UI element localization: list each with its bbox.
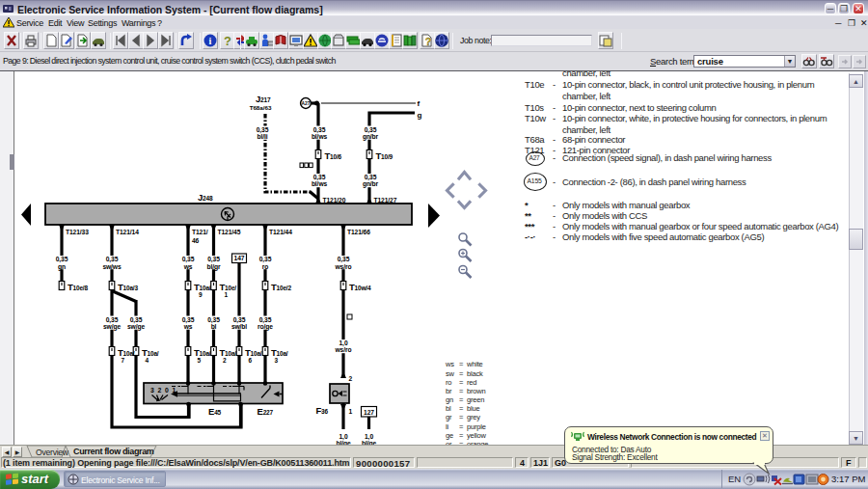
svg-text:3 2 0 1: 3 2 0 1 [150, 387, 176, 394]
svg-text:T121/14: T121/14 [116, 229, 139, 235]
svg-text:127: 127 [364, 409, 374, 416]
svg-text:2: 2 [223, 357, 227, 364]
svg-text:gn/br: gn/br [363, 180, 379, 188]
svg-text:=: = [459, 378, 464, 387]
svg-text:li: li [446, 422, 448, 431]
svg-text:E227: E227 [258, 406, 274, 417]
svg-text:bl/ws: bl/ws [312, 133, 328, 140]
svg-text:br: br [446, 387, 452, 395]
svg-text:sw/ws: sw/ws [102, 263, 122, 270]
svg-text:T10/6: T10/6 [325, 150, 342, 161]
svg-text:?: ? [224, 34, 231, 48]
svg-text:white: white [466, 360, 483, 368]
svg-text:grey: grey [467, 413, 480, 421]
svg-text:bl/ws: bl/ws [312, 180, 328, 187]
svg-text:1: 1 [349, 408, 353, 415]
svg-text:=: = [459, 404, 464, 413]
svg-text:i: i [209, 36, 212, 46]
svg-text:J217: J217 [256, 94, 271, 104]
svg-text:bl/gr: bl/gr [207, 263, 221, 271]
svg-text:ro: ro [262, 263, 269, 270]
svg-text:T10/9: T10/9 [376, 150, 393, 161]
svg-text:ws: ws [445, 360, 454, 368]
svg-text:T121/33: T121/33 [66, 229, 89, 235]
svg-text:blue: blue [467, 404, 479, 413]
svg-text:3: 3 [275, 357, 279, 364]
svg-text:brown: brown [467, 387, 485, 395]
svg-text:T121/45: T121/45 [218, 229, 241, 235]
svg-text:bl: bl [446, 404, 451, 413]
svg-text:black: black [467, 369, 483, 378]
svg-text:sw/ge: sw/ge [127, 323, 145, 331]
svg-text:ro: ro [446, 378, 451, 387]
svg-text:=: = [459, 369, 464, 378]
svg-text:sw: sw [446, 369, 455, 378]
svg-text:9: 9 [199, 291, 203, 298]
svg-text:F36: F36 [316, 405, 329, 416]
svg-text:ge: ge [446, 431, 453, 440]
svg-text:red: red [467, 378, 476, 387]
svg-text:ws: ws [183, 263, 193, 270]
svg-text:bl/li: bl/li [257, 133, 267, 140]
svg-text:yellow: yellow [467, 431, 486, 440]
svg-text:ws/ro: ws/ro [335, 263, 352, 270]
svg-text:T121/20: T121/20 [323, 197, 346, 204]
svg-text:?: ? [425, 36, 432, 47]
svg-text:T10e/: T10e/ [220, 282, 237, 292]
svg-text:J248: J248 [198, 192, 213, 203]
svg-text:T10e/2: T10e/2 [271, 282, 291, 292]
svg-text:147: 147 [234, 255, 245, 261]
svg-text:5: 5 [198, 357, 202, 364]
svg-text:ro/ge: ro/ge [258, 323, 273, 331]
svg-text:=: = [459, 395, 464, 404]
svg-text:=: = [459, 413, 464, 421]
svg-text:46: 46 [192, 237, 200, 244]
svg-text:gn/br: gn/br [363, 133, 379, 141]
svg-text:2: 2 [349, 375, 353, 382]
svg-text:purple: purple [467, 422, 486, 431]
svg-text:sw/ge: sw/ge [103, 323, 121, 331]
svg-text:T10a/: T10a/ [194, 282, 211, 292]
svg-text:=: = [459, 431, 464, 440]
svg-text:1: 1 [225, 291, 229, 298]
svg-text:T121/66: T121/66 [347, 229, 370, 235]
svg-text:gr: gr [446, 413, 452, 421]
svg-text:ws: ws [183, 323, 193, 330]
svg-text:gn: gn [446, 395, 453, 404]
svg-text:T121/44: T121/44 [269, 229, 292, 235]
svg-text:T121/27: T121/27 [374, 197, 397, 204]
svg-text:ws/ro: ws/ro [335, 346, 352, 353]
svg-text:T10a/3: T10a/3 [118, 282, 138, 292]
svg-text:gn: gn [58, 263, 66, 271]
svg-text:=: = [459, 387, 464, 395]
svg-text:T121/: T121/ [192, 229, 208, 235]
svg-text:6: 6 [249, 357, 253, 364]
svg-text:=: = [459, 360, 464, 368]
svg-text:A27: A27 [302, 101, 311, 106]
svg-text:=: = [459, 422, 464, 431]
svg-text:T68a/63: T68a/63 [250, 104, 272, 111]
svg-text:bl: bl [211, 323, 217, 330]
svg-text:f: f [418, 99, 420, 108]
svg-text:g: g [418, 111, 422, 120]
svg-text:T10w/4: T10w/4 [349, 282, 371, 292]
svg-text:T10e/8: T10e/8 [68, 282, 88, 292]
svg-text:4: 4 [146, 357, 149, 364]
svg-text:sw/bl: sw/bl [231, 323, 247, 330]
svg-text:E45: E45 [208, 406, 222, 417]
svg-text:7: 7 [122, 357, 125, 364]
svg-text:green: green [467, 395, 484, 404]
